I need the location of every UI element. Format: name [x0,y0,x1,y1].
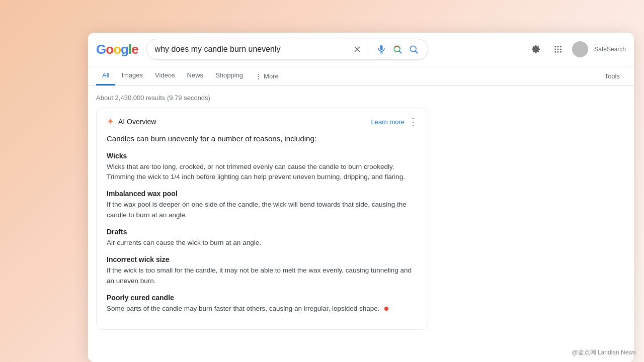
tab-shopping[interactable]: Shopping [209,66,249,85]
avatar[interactable] [572,41,588,57]
watermark-text: @蓝点网 Landian.News [572,349,636,356]
ai-overview-header: ✦ AI Overview Learn more ⋮ [107,116,418,127]
reason-wick-size-desc: If the wick is too small for the candle,… [107,265,418,287]
reason-drafts-title: Drafts [107,228,418,236]
tab-images[interactable]: Images [115,66,149,85]
svg-point-12 [557,51,559,53]
clear-button[interactable] [352,44,363,55]
more-button[interactable]: ⋮ More [249,67,285,85]
reason-poorly-cured-title: Poorly cured candle [107,294,418,302]
google-logo[interactable]: Google [96,42,138,57]
red-dot-icon [384,307,388,311]
apps-button[interactable] [550,41,566,57]
mic-button[interactable] [375,43,387,55]
svg-point-5 [555,46,556,47]
learn-more-button[interactable]: Learn more [371,118,405,126]
reason-drafts: Drafts Air currents can cause the wick t… [107,228,418,248]
more-label: More [264,72,279,80]
reason-wicks-desc: Wicks that are too long, crooked, or not… [107,162,418,183]
reason-wax-pool: Imbalanced wax pool If the wax pool is d… [107,190,418,221]
svg-rect-0 [380,45,382,50]
header: Google why does my candle burn unevenly [88,33,634,66]
svg-point-9 [557,49,559,50]
reason-wax-pool-desc: If the wax pool is deeper on one side of… [107,200,418,221]
settings-button[interactable] [528,41,544,57]
reason-wick-size-title: Incorrect wick size [107,255,418,263]
header-right: SafeSearch [528,41,626,57]
browser-window: Google why does my candle burn unevenly [88,33,634,362]
tools-button[interactable]: Tools [599,68,626,84]
content: About 2,430,000 results (9.79 seconds) ✦… [88,86,634,362]
search-input[interactable]: why does my candle burn unevenly [155,45,348,54]
svg-point-13 [560,51,561,53]
divider [369,44,369,54]
safe-search-label: SafeSearch [594,46,626,53]
svg-point-8 [555,49,556,50]
more-dots-icon: ⋮ [255,72,262,80]
watermark: @蓝点网 Landian.News [572,348,636,357]
svg-point-7 [560,46,561,47]
ai-options-button[interactable]: ⋮ [409,116,418,127]
reason-poorly-cured: Poorly cured candle Some parts of the ca… [107,294,418,314]
ai-intro: Candles can burn unevenly for a number o… [107,133,418,145]
tab-news[interactable]: News [181,66,210,85]
lens-button[interactable] [391,43,404,55]
reason-wick-size: Incorrect wick size If the wick is too s… [107,255,418,287]
reason-drafts-desc: Air currents can cause the wick to burn … [107,238,418,248]
ai-label: ✦ AI Overview [107,116,156,127]
svg-point-6 [557,46,559,47]
ai-overview-card: ✦ AI Overview Learn more ⋮ Candles can b… [96,108,428,330]
results-count: About 2,430,000 results (9.79 seconds) [96,90,626,108]
svg-point-11 [555,51,556,53]
svg-point-10 [560,49,561,50]
ai-overview-title: AI Overview [118,118,156,126]
search-button[interactable] [408,43,420,55]
ai-header-right: Learn more ⋮ [371,116,418,127]
ai-star-icon: ✦ [107,116,114,127]
reason-wicks: Wicks Wicks that are too long, crooked, … [107,152,418,183]
reason-poorly-cured-desc: Some parts of the candle may burn faster… [107,304,418,314]
reason-wax-pool-title: Imbalanced wax pool [107,190,418,198]
nav-tabs: All Images Videos News Shopping ⋮ More T… [88,66,634,86]
search-bar: why does my candle burn unevenly [146,39,428,60]
tab-all[interactable]: All [96,66,115,85]
reason-wicks-title: Wicks [107,152,418,160]
tab-videos[interactable]: Videos [149,66,181,85]
